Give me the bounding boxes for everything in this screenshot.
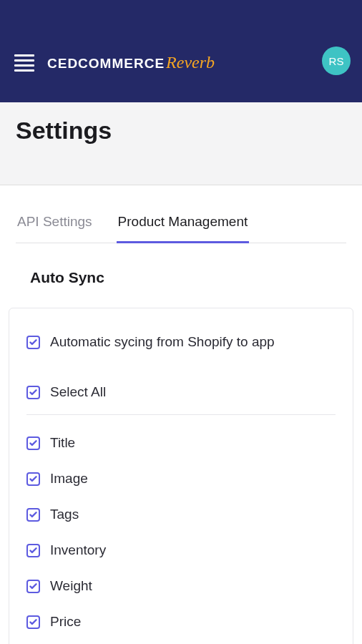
app-header: CEDCOMMERCE Reverb RS — [0, 0, 362, 102]
label-title: Title — [50, 435, 75, 451]
checkmark-icon — [29, 474, 38, 484]
checkmark-icon — [29, 582, 38, 591]
checkbox-price[interactable] — [26, 615, 40, 629]
checkbox-select-all[interactable] — [26, 386, 40, 399]
avatar-initials: RS — [329, 55, 344, 67]
checkmark-icon — [29, 618, 38, 627]
checkbox-row-inventory: Inventory — [26, 535, 336, 565]
checkbox-auto-sync[interactable] — [26, 336, 40, 349]
tab-api-settings[interactable]: API Settings — [16, 207, 94, 243]
checkmark-icon — [29, 510, 38, 519]
checkbox-row-auto-sync: Automatic sycing from Shopify to app — [26, 327, 336, 357]
tabs-container: API Settings Product Management — [0, 207, 362, 243]
header-left: CEDCOMMERCE Reverb — [14, 53, 215, 72]
checkbox-row-weight: Weight — [26, 571, 336, 601]
checkbox-image[interactable] — [26, 472, 40, 486]
checkbox-row-title: Title — [26, 428, 336, 458]
checkbox-title[interactable] — [26, 436, 40, 450]
label-tags: Tags — [50, 507, 79, 522]
label-image: Image — [50, 471, 88, 487]
tabs: API Settings Product Management — [16, 207, 346, 243]
checkbox-tags[interactable] — [26, 508, 40, 522]
label-auto-sync: Automatic sycing from Shopify to app — [50, 334, 275, 350]
label-weight: Weight — [50, 578, 92, 594]
checkmark-icon — [29, 338, 38, 347]
logo: CEDCOMMERCE Reverb — [47, 53, 215, 72]
auto-sync-card: Automatic sycing from Shopify to app Sel… — [9, 308, 353, 644]
checkbox-row-tags: Tags — [26, 499, 336, 530]
tab-product-management[interactable]: Product Management — [117, 207, 250, 243]
divider — [26, 414, 336, 415]
checkbox-row-price: Price — [26, 607, 336, 637]
checkmark-icon — [29, 439, 38, 448]
section-title: Auto Sync — [0, 243, 362, 286]
subheader: Settings — [0, 102, 362, 185]
checkbox-weight[interactable] — [26, 580, 40, 593]
label-select-all: Select All — [50, 384, 106, 400]
logo-text-main: CEDCOMMERCE — [47, 56, 165, 72]
logo-text-sub: Reverb — [166, 53, 215, 72]
checkbox-row-select-all: Select All — [26, 377, 336, 407]
label-price: Price — [50, 614, 81, 630]
checkmark-icon — [29, 388, 38, 397]
checkmark-icon — [29, 546, 38, 555]
menu-icon[interactable] — [14, 54, 34, 72]
sync-options-list: Title Image Tags Inventory Weight — [26, 428, 336, 637]
checkbox-row-image: Image — [26, 464, 336, 494]
checkbox-inventory[interactable] — [26, 544, 40, 557]
avatar[interactable]: RS — [322, 47, 351, 75]
label-inventory: Inventory — [50, 542, 106, 558]
page-title: Settings — [16, 117, 346, 145]
